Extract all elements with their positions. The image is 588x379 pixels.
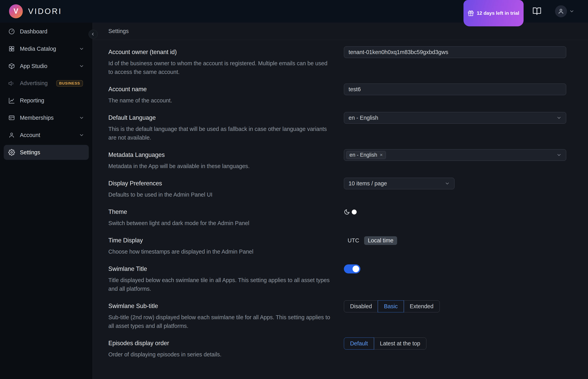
field-title: Swimlane Title (108, 263, 333, 274)
field-title: Display Preferences (108, 178, 333, 189)
language-tag-label: en - English (350, 152, 377, 158)
chevron-down-icon (556, 115, 562, 121)
time-display-segmented: UTC Local time (344, 235, 566, 246)
vidori-logo-icon: V (9, 4, 23, 18)
field-title: Swimlane Sub-title (108, 300, 333, 312)
sidebar-item-advertising[interactable]: Advertising BUSINESS (4, 76, 88, 91)
language-tag: en - English × (346, 151, 386, 159)
field-description: Defaults to be used in the Admin Panel U… (108, 190, 333, 199)
documentation-book-icon[interactable] (532, 7, 542, 16)
field-description: Id of the business owner to whom the acc… (108, 59, 333, 77)
form-row-theme: Theme Switch between light and dark mode… (108, 206, 567, 228)
selected-value: en - English (349, 115, 378, 121)
form-row-episodes-order: Episodes display order Order of displayi… (108, 337, 567, 359)
field-description: Order of displaying episodes in series d… (108, 350, 333, 359)
main-content: Settings Account owner (tenant id) Id of… (93, 23, 588, 379)
items-per-page-select[interactable]: 10 items / page (344, 178, 455, 189)
form-row-display-preferences: Display Preferences Defaults to be used … (108, 178, 567, 199)
account-icon (8, 132, 15, 138)
toggle-knob (353, 266, 359, 272)
field-description: The name of the account. (108, 96, 333, 105)
chevron-down-icon (445, 181, 450, 186)
tenant-id-input[interactable] (344, 47, 566, 58)
dashboard-icon (8, 28, 15, 35)
form-row-time-display: Time Display Choose how timestamps are d… (108, 235, 567, 256)
chevron-down-icon (556, 152, 562, 158)
subtitle-option-basic[interactable]: Basic (378, 300, 404, 312)
account-name-input[interactable] (344, 83, 566, 95)
field-description: Switch between light and dark mode for t… (108, 219, 333, 228)
field-description: This is the default language that will b… (108, 125, 333, 142)
user-icon (558, 8, 564, 15)
episodes-option-latest-top[interactable]: Latest at the top (374, 337, 426, 349)
time-option-utc[interactable]: UTC (344, 236, 363, 245)
sidebar-item-label: Dashboard (20, 28, 47, 35)
chevron-down-icon (79, 63, 84, 69)
chevron-left-icon (91, 32, 95, 36)
field-title: Time Display (108, 235, 333, 246)
settings-form: Account owner (tenant id) Id of the busi… (93, 40, 588, 379)
settings-gear-icon (8, 149, 15, 156)
selected-value: 10 items / page (349, 180, 387, 187)
trial-badge-label: 12 days left in trial (477, 10, 519, 16)
user-avatar[interactable] (555, 5, 567, 17)
time-option-local[interactable]: Local time (364, 236, 397, 245)
sidebar-item-account[interactable]: Account (4, 127, 88, 142)
app-studio-icon (8, 63, 15, 69)
form-row-swimlane-subtitle: Swimlane Sub-title Sub-title (2nd row) d… (108, 300, 567, 331)
field-title: Theme (108, 206, 333, 217)
form-row-metadata-languages: Metadata Languages Metadata in the App w… (108, 149, 567, 171)
form-row-default-language: Default Language This is the default lan… (108, 112, 567, 142)
media-catalog-icon (8, 46, 15, 52)
theme-switch[interactable] (344, 206, 566, 218)
memberships-icon (8, 114, 15, 121)
sidebar-item-label: Advertising (20, 80, 48, 86)
sidebar-item-label: Settings (20, 149, 40, 156)
field-title: Account owner (tenant id) (108, 47, 333, 58)
chevron-down-icon (79, 132, 84, 138)
app-root: V VIDORI 12 days left in trial (0, 0, 588, 379)
field-description: Title displayed below each swimlane tile… (108, 276, 333, 293)
metadata-languages-multiselect[interactable]: en - English × (344, 149, 566, 161)
sidebar-item-app-studio[interactable]: App Studio (4, 59, 88, 74)
theme-switch-knob (352, 209, 357, 214)
field-title: Account name (108, 83, 333, 95)
advertising-icon (8, 80, 15, 87)
sidebar-item-label: Account (20, 132, 40, 138)
sidebar-item-media-catalog[interactable]: Media Catalog (4, 41, 88, 56)
reporting-icon (8, 97, 15, 104)
topbar-actions (532, 5, 588, 17)
sidebar-item-label: Memberships (20, 115, 54, 121)
remove-tag-icon[interactable]: × (380, 153, 383, 158)
episodes-order-segmented: Default Latest at the top (344, 337, 426, 349)
field-description: Metadata in the App will be available in… (108, 162, 333, 171)
field-title: Default Language (108, 112, 333, 123)
collapse-sidebar-button[interactable] (88, 30, 98, 39)
chevron-down-icon (79, 46, 84, 51)
sidebar-item-settings[interactable]: Settings (4, 145, 88, 160)
topbar: V VIDORI 12 days left in trial (0, 0, 588, 23)
field-title: Metadata Languages (108, 149, 333, 160)
page-title: Settings (108, 28, 129, 34)
episodes-option-default[interactable]: Default (344, 337, 374, 349)
form-row-account-owner: Account owner (tenant id) Id of the busi… (108, 47, 567, 77)
chevron-down-icon (79, 115, 84, 121)
account-menu-chevron-down-icon[interactable] (569, 9, 574, 14)
sidebar-item-dashboard[interactable]: Dashboard (4, 24, 88, 39)
brand-name: VIDORI (28, 7, 62, 16)
moon-icon (344, 209, 350, 215)
sidebar-item-label: App Studio (20, 63, 47, 69)
swimlane-title-toggle[interactable] (344, 264, 360, 273)
trial-countdown-badge[interactable]: 12 days left in trial (463, 0, 524, 26)
form-row-swimlane-title: Swimlane Title Title displayed below eac… (108, 263, 567, 293)
subtitle-option-extended[interactable]: Extended (404, 300, 440, 312)
field-title: Episodes display order (108, 337, 333, 349)
default-language-select[interactable]: en - English (344, 112, 566, 124)
sidebar-item-label: Reporting (20, 97, 44, 104)
sidebar-item-memberships[interactable]: Memberships (4, 110, 88, 125)
swimlane-subtitle-segmented: Disabled Basic Extended (344, 300, 440, 312)
subtitle-option-disabled[interactable]: Disabled (344, 300, 378, 312)
gift-icon (468, 10, 474, 16)
sidebar-item-reporting[interactable]: Reporting (4, 93, 88, 108)
field-description: Choose how timestamps are displayed in t… (108, 248, 333, 256)
